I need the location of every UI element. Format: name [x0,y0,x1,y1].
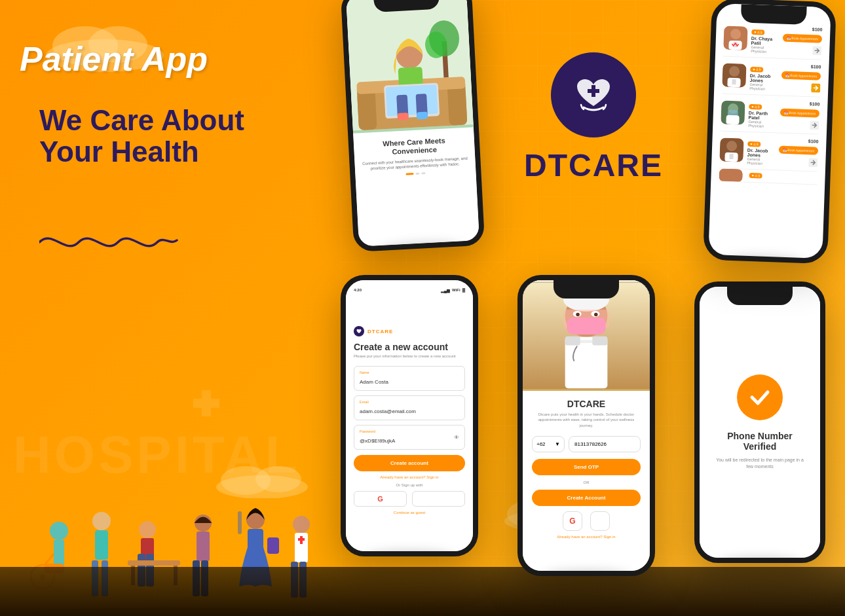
phone-number-value: 81313782626 [574,441,607,447]
doctor-item-1: ♥ 4.9 Dr. Chaya Patil General Physician … [723,19,823,60]
sign-in-link[interactable]: Sign in [426,475,438,479]
doctor-info-4: ♥ 4.9 Dr. Jacob Jones General Physician [747,136,776,166]
phone4-shadow [718,558,802,563]
svg-rect-76 [592,336,607,346]
doctor-rating-2: ♥ 4.9 [750,67,764,73]
doctor-rating-5-area: ♥ 4.9 [749,172,762,179]
svg-rect-42 [298,538,305,541]
doctor-name-1: Dr. Chaya Patil [751,36,779,46]
squiggle-decoration [39,226,183,255]
svg-rect-60 [417,112,428,120]
doctor-specialty-4: General Physician [747,157,774,166]
book-appointment-btn-1[interactable]: 📅 Book Appointment [783,33,822,43]
password-eye-icon[interactable]: 👁 [454,434,459,440]
send-otp-button[interactable]: Send OTP [532,459,641,475]
country-code-selector[interactable]: +62 ▼ [532,436,565,452]
tagline-line2: Your Health [39,136,244,168]
svg-rect-59 [398,113,409,120]
p3-description: Dtcare puts your health in your hands. S… [532,412,641,428]
p3-sign-in-link[interactable]: Sign in [603,535,615,539]
phone-dtcare-login: DTCARE Dtcare puts your health in your h… [517,275,655,576]
doctor-photo-2 [722,63,746,87]
svg-point-72 [594,313,598,317]
share-icon-1[interactable] [812,46,821,55]
guest-continue-link[interactable]: Continue as guest [354,511,465,515]
name-value: Adam Costa [360,379,388,385]
doctor-avatar-2 [722,63,746,87]
doctor-item-5: ♥ 4.9 [719,168,817,185]
svg-rect-75 [565,336,580,346]
email-input-field[interactable]: Email adam.costa@email.com [354,395,465,420]
phone-notch-3 [554,280,619,299]
dtcare-brand-name: DTCARE [524,147,663,183]
apple-login-btn[interactable] [412,491,465,507]
doctor-actions-2: $100 📅 Book Appointment [781,63,821,92]
doctor-price-1: $100 [812,27,823,32]
hero-illustration [346,0,474,134]
p2-form-title: Create a new account [354,342,465,352]
check-icon [747,384,773,410]
book-appointment-btn-3[interactable]: 📅 Book Appointment [780,108,819,117]
country-code-value: +62 [536,441,546,447]
doctor-photo-1 [723,26,747,50]
doctor-rating-1: ♥ 4.9 [751,29,765,35]
doctor-name-4: Dr. Jacob Jones [747,148,775,158]
name-input-field[interactable]: Name Adam Costa [354,366,465,391]
doctor-specialty-3: General Physician [748,120,776,128]
p2-logo [354,326,364,336]
p3-already-text: Already have an account? Sign in [532,535,641,539]
p1-title-text: Where Care Meets Convenience [360,136,468,158]
book-appointment-btn-4[interactable]: 📅 Book Appointment [779,145,818,154]
tagline-line1: We Care About [39,104,244,136]
book-appointment-btn-2[interactable]: 📅 Book Appointment [781,71,821,80]
svg-point-71 [576,313,580,317]
doctor-photo-5 [719,168,743,182]
svg-rect-12 [588,89,599,93]
dtcare-logo-icon [571,72,616,118]
doctor-info-2: ♥ 4.9 Dr. Jacob Jones General Physician [749,62,778,91]
p3-brand-title: DTCARE [532,399,641,409]
p1-dot-2 [421,172,425,174]
doctor-rating-3: ♥ 4.9 [749,104,762,110]
password-input-field[interactable]: Password @xD$E!89ujkA 👁 [354,425,465,450]
p2-header: DTCARE [354,326,465,336]
doctor-avatar-5 [719,168,743,182]
share-icon-2[interactable] [811,83,820,92]
phone-number-input[interactable]: 81313782626 [569,436,641,452]
phone-welcome: Where Care Meets Convenience Connect wit… [341,0,485,252]
email-label: Email [360,400,459,404]
svg-rect-56 [386,84,438,116]
svg-rect-37 [238,511,242,534]
doctor-photo-3 [721,100,745,124]
already-account-text: Already have an account? Sign in [354,475,465,479]
google-login-btn[interactable]: G [354,491,407,507]
p3-google-btn[interactable]: G [563,511,582,531]
svg-point-14 [50,522,68,540]
p3-phone-input-row: +62 ▼ 81313782626 [532,436,641,452]
doctor-avatar-1 [723,26,747,50]
svg-rect-15 [54,540,64,566]
p3-body: DTCARE Dtcare puts your health in your h… [523,391,650,547]
svg-rect-38 [267,537,279,554]
doctor-rating-4: ♥ 4.9 [747,141,761,147]
doctor-actions-4: $100 📅 Book Appointment [778,137,818,167]
bottom-bar [0,567,845,616]
svg-rect-68 [567,317,605,335]
doctor-price-4: $100 [808,139,819,144]
country-code-arrow: ▼ [555,441,560,447]
share-icon-4[interactable] [808,158,817,167]
p3-apple-btn[interactable] [590,511,610,531]
doctor-avatar-4 [719,137,743,162]
doctor-avatar-3 [721,100,745,124]
doctor-actions-1: $100 📅 Book Appointment [782,26,822,55]
social-login-options: G [354,491,465,507]
svg-rect-95 [729,154,733,159]
dtcare-logo-circle [551,52,636,137]
svg-rect-21 [95,530,108,560]
doctor-price-2: $100 [811,64,821,69]
create-account-button[interactable]: Create account [354,455,465,471]
p3-social-buttons: G [532,511,641,531]
p3-create-account-button[interactable]: Create Account [532,490,641,506]
svg-rect-74 [580,340,592,343]
share-icon-3[interactable] [810,120,819,130]
